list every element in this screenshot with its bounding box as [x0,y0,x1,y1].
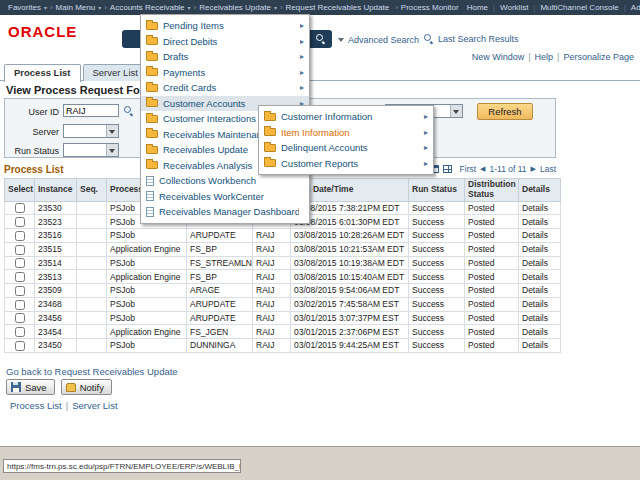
row-select-checkbox[interactable] [15,203,25,213]
row-select-checkbox[interactable] [15,313,25,323]
submenu-item[interactable]: Customer Information ▸ [259,109,433,125]
breadcrumb-item[interactable]: Favorites ▾ [5,3,47,12]
row-select-checkbox[interactable] [15,341,25,351]
bottom-page-link[interactable]: Process List [6,400,62,411]
row-select-checkbox[interactable] [15,300,25,310]
menu-item[interactable]: Receivables WorkCenter [141,189,309,205]
bottom-link-label[interactable]: Process List [10,400,62,411]
row-select-checkbox[interactable] [15,231,25,241]
page-action-link[interactable]: | Help [528,52,553,62]
details-link[interactable]: Details [519,311,561,325]
tab[interactable]: Process List [4,64,81,82]
menu-item-label[interactable]: Drafts [163,51,295,62]
breadcrumb-label[interactable]: Favorites [8,3,41,12]
row-select-checkbox[interactable] [15,272,25,282]
menu-item-label[interactable]: Direct Debits [163,36,295,47]
row-select-checkbox[interactable] [15,217,25,227]
run-status-select[interactable] [63,143,119,157]
user-id-input[interactable] [63,104,119,117]
refresh-button[interactable]: Refresh [477,103,533,120]
menu-item[interactable]: Pending Items ▸ [141,18,309,34]
topnav-link[interactable]: | Add to Favorites [624,3,640,12]
submenu-item-label[interactable]: Customer Information [281,111,419,122]
menu-item-label[interactable]: Payments [163,67,295,78]
menu-item-label[interactable]: Pending Items [163,20,295,31]
menu-item[interactable]: Payments ▸ [141,65,309,81]
menu-item[interactable]: Receivables Manager Dashboard [141,204,309,220]
details-link[interactable]: Details [519,270,561,284]
submenu-item[interactable]: Customer Reports ▸ [259,156,433,172]
menu-item-label[interactable]: Credit Cards [163,82,295,93]
breadcrumb-item[interactable]: › Receivables Update ▾ [194,3,277,12]
table-row: 23514 PSJob FS_STREAMLN RAIJ 03/08/2015 … [5,256,561,270]
details-link[interactable]: Details [519,215,561,229]
details-link[interactable]: Details [519,201,561,215]
pager-first-link[interactable]: First [460,164,477,174]
menu-item[interactable]: Collections Workbench [141,173,309,189]
breadcrumb-label[interactable]: Main Menu [56,3,96,12]
pager-next-icon[interactable]: ▶ [531,165,536,173]
topnav-link[interactable]: Home [462,3,488,12]
details-link[interactable]: Details [519,229,561,243]
details-link[interactable]: Details [519,284,561,298]
menu-item[interactable]: Drafts ▸ [141,49,309,65]
last-search-results-label[interactable]: Last Search Results [438,34,519,44]
submenu-item-label[interactable]: Delinquent Accounts [281,142,419,153]
menu-item-label[interactable]: Collections Workbench [159,175,299,186]
bottom-page-link[interactable]: | Server List [66,400,118,411]
server-select[interactable] [63,124,119,138]
breadcrumb-item[interactable]: › Accounts Receivable ▾ [104,3,190,12]
user-id-lookup-icon[interactable] [124,106,134,116]
menu-item-label[interactable]: Receivables Manager Dashboard [159,206,299,217]
topnav-link-label[interactable]: Worklist [500,3,528,12]
page-action-link[interactable]: | Personalize Page [557,52,634,62]
topnav-link[interactable]: | Worklist [493,3,528,12]
go-back-link[interactable]: Go back to Request Receivables Update [6,366,178,377]
cell-run-datetime: 03/02/2015 7:45:58AM EST [291,297,409,311]
breadcrumb-label[interactable]: Accounts Receivable [110,3,185,12]
pager-last-link[interactable]: Last [540,164,556,174]
breadcrumb-item[interactable]: › Request Receivables Update [280,3,392,12]
last-search-results-link[interactable]: Last Search Results [424,34,519,44]
page-action-link[interactable]: New Window [468,52,525,62]
menu-item[interactable]: Credit Cards ▸ [141,80,309,96]
details-link[interactable]: Details [519,325,561,339]
table-row: 23468 PSJob ARUPDATE RAIJ 03/02/2015 7:4… [5,297,561,311]
row-select-checkbox[interactable] [15,258,25,268]
breadcrumb-label[interactable]: Request Receivables Update [286,3,390,12]
search-icon[interactable] [316,34,325,43]
advanced-search-label[interactable]: Advanced Search [348,35,419,45]
tab[interactable]: Server List [83,64,148,81]
details-link[interactable]: Details [519,339,561,353]
breadcrumb-item[interactable]: › Main Menu ▾ [50,3,101,12]
pager-previous-icon[interactable]: ◀ [480,165,485,173]
submenu-item[interactable]: Delinquent Accounts ▸ [259,140,433,156]
row-select-checkbox[interactable] [15,286,25,296]
details-link[interactable]: Details [519,256,561,270]
menu-item-label[interactable]: Receivables WorkCenter [159,191,299,202]
details-link[interactable]: Details [519,242,561,256]
breadcrumb-separator: › [104,3,107,12]
menu-item[interactable]: Direct Debits ▸ [141,34,309,50]
topnav-link-label[interactable]: Home [467,3,488,12]
breadcrumb-item[interactable]: › Process Monitor [395,3,461,12]
row-select-checkbox[interactable] [15,327,25,337]
row-select-checkbox[interactable] [15,245,25,255]
topnav-link[interactable]: | MultiChannel Console [533,3,618,12]
bottom-link-label[interactable]: Server List [72,400,117,411]
page-action-label[interactable]: New Window [472,52,525,62]
breadcrumb-label[interactable]: Process Monitor [401,3,459,12]
notify-button[interactable]: Notify [61,379,112,395]
submenu-item-label[interactable]: Customer Reports [281,158,419,169]
topnav-link-label[interactable]: Add to Favorites [631,3,640,12]
page-action-label[interactable]: Personalize Page [563,52,634,62]
breadcrumb-label[interactable]: Receivables Update [199,3,271,12]
advanced-search-link[interactable]: Advanced Search [338,35,419,45]
topnav-link-label[interactable]: MultiChannel Console [540,3,618,12]
download-grid-icon[interactable] [443,165,452,173]
submenu-item[interactable]: Item Information ▸ [259,125,433,141]
page-action-label[interactable]: Help [535,52,554,62]
details-link[interactable]: Details [519,297,561,311]
submenu-item-label[interactable]: Item Information [281,127,419,138]
save-button[interactable]: Save [6,379,55,395]
